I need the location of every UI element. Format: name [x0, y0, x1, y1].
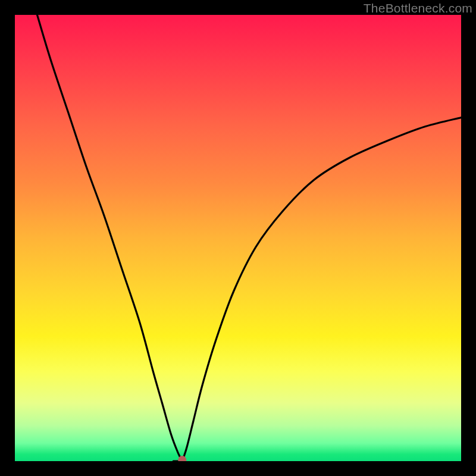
- watermark-text: TheBottleneck.com: [364, 1, 472, 15]
- bottleneck-curve: [15, 15, 461, 461]
- chart-frame: TheBottleneck.com: [0, 0, 476, 476]
- curve-path: [37, 15, 462, 461]
- plot-area: [15, 15, 461, 461]
